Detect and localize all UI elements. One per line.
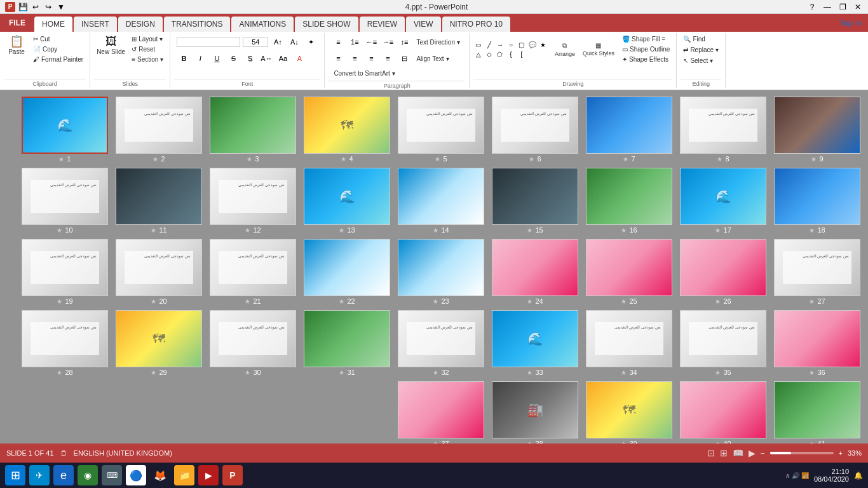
increase-font-button[interactable]: A↑ [271, 36, 285, 48]
slide-item-19[interactable]: نص نموذجي للعرض التقديمي★19 [20, 239, 109, 305]
firefox-icon[interactable]: 🦊 [150, 465, 170, 485]
shape-star[interactable]: ★ [538, 40, 548, 49]
slide-item-33[interactable]: 🌊★33 [491, 310, 580, 376]
slide-item-23[interactable]: ★23 [397, 239, 485, 305]
redo-button[interactable]: ↪ [43, 2, 53, 12]
slide-item-27[interactable]: نص نموذجي للعرض التقديمي★27 [773, 239, 862, 305]
tab-home[interactable]: HOME [34, 17, 72, 32]
keyboard-icon[interactable]: ⌨ [102, 465, 122, 485]
tab-view[interactable]: VIEW [406, 17, 441, 32]
explorer-icon[interactable]: 📁 [174, 465, 194, 485]
decrease-indent-button[interactable]: ←≡ [364, 36, 378, 48]
increase-indent-button[interactable]: →≡ [381, 36, 395, 48]
shape-line[interactable]: ╱ [484, 40, 494, 49]
slide-item-9[interactable]: ★9 [773, 97, 862, 163]
shape-fill-button[interactable]: 🪣 Shape Fill = [620, 34, 672, 44]
paste-button[interactable]: 📋 Paste [4, 34, 29, 57]
normal-view-button[interactable]: ⊡ [707, 448, 715, 458]
media-icon[interactable]: ▶ [198, 465, 219, 485]
start-button[interactable]: ⊞ [5, 465, 25, 485]
slide-item-1[interactable]: 🌊★1 [20, 97, 109, 163]
shape-arrow[interactable]: → [495, 40, 505, 49]
powerpoint-taskbar-icon[interactable]: P [222, 465, 243, 485]
tab-design[interactable]: DESIGN [118, 17, 163, 32]
tab-insert[interactable]: INSERT [74, 17, 117, 32]
slide-item-32[interactable]: نص نموذجي للعرض التقديمي★32 [397, 310, 485, 376]
tab-slideshow[interactable]: SLIDE SHOW [295, 17, 358, 32]
shadow-button[interactable]: S [243, 52, 257, 65]
shape-pentagon[interactable]: ⬠ [495, 50, 505, 58]
slide-item-12[interactable]: نص نموذجي للعرض التقديمي★12 [208, 168, 297, 234]
slide-item-29[interactable]: 🗺★29 [114, 310, 203, 376]
slides-panel[interactable]: ★9نص نموذجي للعرض التقديمي★8★7نص نموذجي … [0, 90, 868, 444]
new-slide-button[interactable]: 🖼 New Slide [94, 34, 128, 57]
slide-item-28[interactable]: نص نموذجي للعرض التقديمي★28 [20, 310, 109, 376]
shape-triangle[interactable]: △ [473, 50, 484, 58]
align-right-button[interactable]: ≡ [364, 52, 378, 65]
strikethrough-button[interactable]: S [226, 52, 240, 65]
quick-styles-button[interactable]: ▦ Quick Styles [580, 41, 617, 58]
telegram-icon[interactable]: ✈ [29, 465, 50, 485]
align-text-button[interactable]: Align Text ▾ [414, 54, 451, 64]
align-center-button[interactable]: ≡ [348, 52, 362, 65]
select-button[interactable]: ↖ Select ▾ [681, 56, 715, 65]
font-name-input[interactable] [177, 37, 240, 47]
replace-button[interactable]: ⇄ Replace ▾ [681, 45, 721, 55]
tab-file[interactable]: FILE [0, 14, 34, 32]
tab-animations[interactable]: ANIMATIONS [231, 17, 294, 32]
tab-transitions[interactable]: TRANSITIONS [164, 17, 231, 32]
slide-item-17[interactable]: 🌊★17 [679, 168, 768, 234]
slide-item-6[interactable]: نص نموذجي للعرض التقديمي★6 [491, 97, 580, 163]
cut-button[interactable]: ✂ Cut [31, 34, 86, 44]
text-direction-button[interactable]: Text Direction ▾ [414, 37, 463, 47]
shape-oval[interactable]: ○ [506, 40, 516, 49]
shape-bracket[interactable]: [ [517, 50, 527, 58]
slide-item-18[interactable]: ★18 [773, 168, 862, 234]
tab-nitro[interactable]: NITRO PRO 10 [442, 17, 510, 32]
chrome-icon[interactable]: 🔵 [126, 465, 146, 485]
copy-button[interactable]: 📄 Copy [31, 44, 86, 54]
slide-item-25[interactable]: ★25 [585, 239, 674, 305]
slide-item-40[interactable]: ★40 [679, 381, 768, 444]
numbered-list-button[interactable]: 1≡ [348, 36, 362, 48]
find-button[interactable]: 🔍 Find [681, 34, 707, 44]
section-button[interactable]: ≡ Section ▾ [129, 55, 166, 64]
customize-qat-button[interactable]: ▼ [56, 2, 66, 12]
slide-item-7[interactable]: ★7 [585, 97, 674, 163]
slide-item-15[interactable]: ★15 [491, 168, 580, 234]
slide-item-20[interactable]: نص نموذجي للعرض التقديمي★20 [114, 239, 203, 305]
list-button[interactable]: ≡ [331, 36, 345, 48]
slide-item-24[interactable]: ★24 [491, 239, 580, 305]
change-case-button[interactable]: Aa [276, 52, 290, 65]
slide-item-4[interactable]: 🗺★4 [302, 97, 391, 163]
decrease-font-button[interactable]: A↓ [287, 36, 301, 48]
line-spacing-button[interactable]: ↕≡ [397, 36, 411, 48]
slide-item-35[interactable]: نص نموذجي للعرض التقديمي★35 [679, 310, 768, 376]
slide-item-11[interactable]: ★11 [114, 168, 203, 234]
save-button[interactable]: 💾 [18, 2, 28, 12]
format-painter-button[interactable]: 🖌 Format Painter [31, 55, 86, 64]
justify-button[interactable]: ≡ [381, 52, 395, 65]
slide-item-3[interactable]: ★3 [208, 97, 297, 163]
zoom-minus-button[interactable]: − [761, 449, 764, 457]
shape-rect[interactable]: ▭ [473, 40, 484, 49]
align-left-button[interactable]: ≡ [331, 52, 345, 65]
slide-item-36[interactable]: ★36 [773, 310, 862, 376]
tab-review[interactable]: REVIEW [360, 17, 405, 32]
sign-in-button[interactable]: Sign in [834, 19, 868, 27]
reset-button[interactable]: ↺ Reset [129, 44, 166, 54]
slide-item-38[interactable]: 🏭★38 [491, 381, 580, 444]
slide-item-8[interactable]: نص نموذجي للعرض التقديمي★8 [679, 97, 768, 163]
reading-view-button[interactable]: 📖 [733, 448, 743, 458]
undo-button[interactable]: ↩ [31, 2, 41, 12]
slide-item-26[interactable]: ★26 [679, 239, 768, 305]
arrange-button[interactable]: ⧉ Arrange [552, 41, 578, 58]
clear-format-button[interactable]: ✦ [304, 36, 318, 48]
app3-icon[interactable]: ◉ [78, 465, 98, 485]
font-color-button[interactable]: A [292, 52, 306, 65]
shape-diamond[interactable]: ◇ [484, 50, 494, 58]
shape-callout[interactable]: 💬 [527, 40, 538, 49]
slide-item-21[interactable]: نص نموذجي للعرض التقديمي★21 [208, 239, 297, 305]
slide-item-2[interactable]: نص نموذجي للعرض التقديمي★2 [114, 97, 203, 163]
restore-button[interactable]: ❐ [837, 2, 848, 12]
